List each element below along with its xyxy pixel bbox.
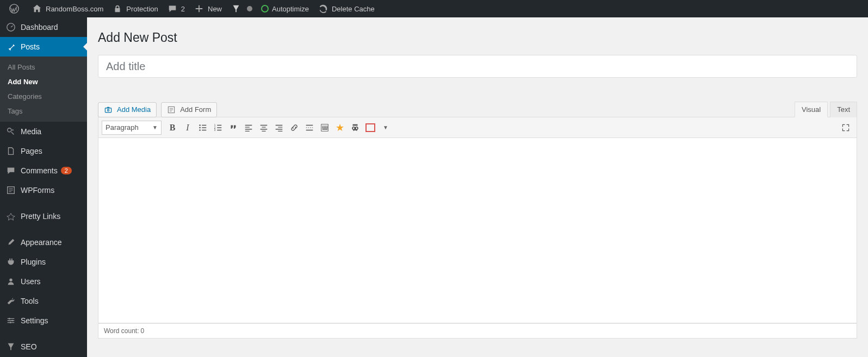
- editor-mode-tabs: Visual Text: [795, 102, 857, 117]
- svg-point-20: [355, 127, 358, 129]
- sidebar-item-tools[interactable]: Tools: [0, 291, 87, 311]
- site-name-link[interactable]: RandomBoss.com: [27, 0, 108, 17]
- add-media-button[interactable]: Add Media: [98, 102, 157, 117]
- sidebar-label: WPForms: [21, 186, 54, 195]
- new-link[interactable]: New: [189, 0, 226, 17]
- sidebar-item-wpforms[interactable]: WPForms: [0, 180, 87, 200]
- comments-link[interactable]: 2: [163, 0, 189, 17]
- submenu-all-posts[interactable]: All Posts: [0, 60, 87, 74]
- autoptimize-link[interactable]: Autoptimize: [257, 0, 313, 17]
- read-more-button[interactable]: [302, 120, 317, 135]
- align-center-button[interactable]: [256, 120, 271, 135]
- toolbar-toggle-button[interactable]: [317, 120, 332, 135]
- star-button[interactable]: ★: [332, 120, 348, 135]
- tab-text[interactable]: Text: [830, 102, 857, 117]
- page-icon: [5, 146, 16, 156]
- comments-count: 2: [181, 5, 185, 13]
- admin-sidebar: Dashboard Posts All Posts Add New Catego…: [0, 17, 87, 357]
- sidebar-item-plugins[interactable]: Plugins: [0, 252, 87, 272]
- sidebar-label: Pretty Links: [21, 212, 60, 221]
- spy-button[interactable]: [348, 120, 363, 135]
- post-title-input[interactable]: [98, 55, 857, 78]
- fullscreen-button[interactable]: [838, 120, 853, 135]
- editor-toolbar: Paragraph ▼ B I 123 ★ ▼: [98, 117, 857, 138]
- sidebar-item-settings[interactable]: Settings: [0, 311, 87, 330]
- dashboard-icon: [5, 22, 16, 33]
- add-form-button[interactable]: Add Form: [161, 102, 217, 117]
- media-icon: [5, 126, 16, 137]
- home-icon: [32, 3, 42, 14]
- protection-label: Protection: [126, 5, 158, 13]
- sidebar-item-media[interactable]: Media: [0, 122, 87, 141]
- brush-icon: [5, 237, 16, 248]
- svg-rect-8: [105, 108, 111, 112]
- sidebar-label: Appearance: [21, 238, 62, 247]
- svg-rect-18: [353, 124, 358, 126]
- add-media-label: Add Media: [117, 105, 151, 114]
- sidebar-item-pretty-links[interactable]: Pretty Links: [0, 206, 87, 226]
- sidebar-item-users[interactable]: Users: [0, 272, 87, 291]
- add-form-label: Add Form: [180, 105, 211, 114]
- svg-point-7: [10, 322, 11, 323]
- delete-cache-link[interactable]: Delete Cache: [313, 0, 379, 17]
- submenu-tags[interactable]: Tags: [0, 104, 87, 118]
- status-dot-icon: [247, 6, 252, 11]
- bold-button[interactable]: B: [165, 120, 180, 135]
- editor-top-row: Add Media Add Form Visual Text: [98, 102, 857, 117]
- sidebar-item-posts[interactable]: Posts: [0, 37, 87, 57]
- lock-icon: [112, 3, 123, 14]
- svg-point-9: [107, 109, 109, 111]
- quote-button[interactable]: [226, 120, 241, 135]
- star-icon: [5, 211, 16, 222]
- cache-icon: [318, 3, 328, 14]
- svg-point-5: [9, 318, 10, 320]
- sidebar-item-dashboard[interactable]: Dashboard: [0, 17, 87, 37]
- svg-point-19: [352, 127, 355, 129]
- link-button[interactable]: [287, 120, 302, 135]
- sidebar-label: Pages: [21, 147, 42, 155]
- sidebar-item-comments[interactable]: Comments 2: [0, 161, 87, 180]
- sidebar-label: Users: [21, 277, 41, 286]
- yoast-icon: [5, 341, 16, 352]
- wp-logo[interactable]: [4, 0, 27, 17]
- yoast-link[interactable]: [226, 0, 257, 17]
- protection-link[interactable]: Protection: [108, 0, 163, 17]
- sidebar-item-appearance[interactable]: Appearance: [0, 233, 87, 252]
- circle-icon: [261, 5, 269, 12]
- word-count-label: Word count:: [104, 327, 139, 335]
- sidebar-label: Settings: [21, 316, 48, 325]
- comments-badge: 2: [61, 167, 72, 174]
- page-title: Add New Post: [98, 30, 857, 45]
- align-left-button[interactable]: [241, 120, 256, 135]
- editor-content-area[interactable]: [98, 138, 857, 323]
- svg-text:3: 3: [214, 129, 216, 131]
- sidebar-item-seo[interactable]: SEO: [0, 337, 87, 356]
- sidebar-label: Tools: [21, 297, 39, 305]
- sidebar-label: Media: [21, 127, 41, 136]
- numbered-list-button[interactable]: 123: [210, 120, 226, 135]
- comment-icon: [5, 165, 16, 176]
- italic-button[interactable]: I: [180, 120, 195, 135]
- tab-visual[interactable]: Visual: [795, 102, 828, 117]
- format-label: Paragraph: [106, 123, 139, 131]
- comment-icon: [167, 3, 178, 14]
- sliders-icon: [5, 315, 16, 326]
- submenu-categories[interactable]: Categories: [0, 89, 87, 104]
- submenu-add-new[interactable]: Add New: [0, 74, 87, 89]
- form-icon: [167, 105, 177, 115]
- site-name-label: RandomBoss.com: [46, 5, 103, 13]
- align-right-button[interactable]: [271, 120, 287, 135]
- redbox-button[interactable]: [363, 120, 378, 135]
- autoptimize-label: Autoptimize: [272, 5, 309, 13]
- chevron-down-icon: ▼: [383, 124, 388, 130]
- format-dropdown[interactable]: Paragraph ▼: [102, 121, 162, 135]
- editor-panel: Paragraph ▼ B I 123 ★ ▼: [98, 117, 857, 323]
- new-label: New: [208, 5, 222, 13]
- sidebar-item-pages[interactable]: Pages: [0, 141, 87, 161]
- word-count-value: 0: [140, 327, 144, 335]
- svg-point-6: [11, 320, 13, 322]
- bullet-list-button[interactable]: [195, 120, 210, 135]
- sidebar-label: Plugins: [21, 258, 46, 266]
- sidebar-label: Comments: [21, 166, 58, 175]
- more-tools-button[interactable]: ▼: [378, 120, 393, 135]
